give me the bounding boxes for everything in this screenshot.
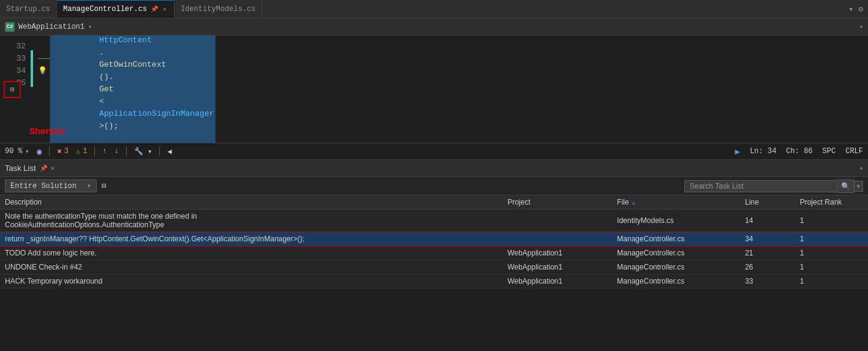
status-right: ▶ Ln: 34 Ch: 86 SPC CRLF: [735, 146, 863, 157]
error-icon: ✖: [57, 147, 61, 156]
table-row[interactable]: return _signInManager?? HttpContent.GetO…: [0, 232, 868, 246]
task-description-4: UNDONE Check-in #42: [0, 260, 502, 274]
task-line-4: 26: [740, 260, 794, 274]
tab-dropdown-icon[interactable]: ▾: [848, 4, 853, 14]
project-right-dropdown-icon[interactable]: ▾: [859, 23, 863, 31]
task-project-1: [502, 209, 612, 232]
task-table: Description Project File ▲ Line Project …: [0, 195, 868, 289]
task-rank-4: 1: [795, 260, 868, 274]
column-indicator: Ch: 86: [786, 147, 812, 156]
table-row[interactable]: Note the authenticationType must match t…: [0, 209, 868, 232]
table-row[interactable]: HACK Temporary workaround WebApplication…: [0, 274, 868, 289]
col-header-line[interactable]: Line: [740, 195, 794, 209]
task-project-4: WebApplication1: [502, 260, 612, 274]
table-row[interactable]: UNDONE Check-in #42 WebApplication1 Mana…: [0, 260, 868, 274]
lightbulb-icon[interactable]: 💡: [38, 65, 47, 77]
line-indicator: Ln: 34: [750, 147, 776, 156]
task-project-5: WebApplication1: [502, 274, 612, 289]
intellisense-icon[interactable]: ◉: [37, 146, 42, 157]
divider-3: [126, 146, 127, 156]
table-row[interactable]: TODO Add some logic here. WebApplication…: [0, 246, 868, 260]
project-type-icon: C#: [5, 22, 15, 32]
task-panel-header: Task List 📌 ✕ ▾: [0, 160, 868, 177]
panel-close-button[interactable]: ✕: [51, 164, 55, 172]
task-line-2: 34: [740, 232, 794, 246]
col-header-project[interactable]: Project: [502, 195, 612, 209]
tab-startup[interactable]: Startup.cs: [0, 0, 57, 18]
col-header-rank[interactable]: Project Rank: [795, 195, 868, 209]
shortcut-box-icon: ⊡: [10, 85, 15, 93]
project-icon-label: C#: [7, 24, 13, 30]
error-count[interactable]: ✖ 3: [57, 147, 68, 156]
project-bar: C# WebApplication1 ▾ ▾: [0, 18, 868, 36]
encoding-indicator: SPC: [823, 147, 836, 156]
warning-icon: ⚠: [76, 147, 80, 156]
scope-dropdown-icon: ▾: [87, 181, 91, 191]
task-line-5: 33: [740, 274, 794, 289]
divider-2: [94, 146, 95, 156]
search-dropdown-button[interactable]: ▾: [855, 181, 863, 192]
refactor-icon[interactable]: 🔧 ▾: [134, 147, 152, 156]
project-name: WebApplication1: [18, 23, 85, 31]
pin-icon: 📌: [151, 6, 158, 13]
search-button[interactable]: 🔍: [837, 179, 855, 193]
tab-startup-label: Startup.cs: [6, 5, 50, 13]
panel-chevron-icon[interactable]: ▾: [859, 165, 863, 172]
line-num-34: 34: [0, 65, 26, 77]
status-bar: 90 % ▾ ◉ ✖ 3 ⚠ 1 ↑ ↓ 🔧 ▾ ◀ ▶ Ln: 34 Ch: …: [0, 143, 868, 160]
task-rank-3: 1: [795, 246, 868, 260]
scope-dropdown[interactable]: Entire Solution ▾: [5, 179, 97, 192]
nav-down-button[interactable]: ↓: [115, 147, 119, 156]
search-task-input[interactable]: [684, 180, 837, 192]
filter-icon[interactable]: ⊟: [102, 181, 106, 191]
task-project-2: [502, 232, 612, 246]
tab-identity[interactable]: IdentityModels.cs: [175, 0, 262, 18]
scope-label: Entire Solution: [10, 182, 77, 191]
task-rank-5: 1: [795, 274, 868, 289]
tab-identity-label: IdentityModels.cs: [181, 5, 255, 13]
zoom-dropdown-icon[interactable]: ▾: [25, 147, 29, 156]
project-selector[interactable]: C# WebApplication1 ▾: [5, 22, 92, 32]
table-header-row: Description Project File ▲ Line Project …: [0, 195, 868, 209]
task-description-5: HACK Temporary workaround: [0, 274, 502, 289]
task-project-3: WebApplication1: [502, 246, 612, 260]
tab-list: Startup.cs ManageController.cs 📌 ✕ Ident…: [0, 0, 262, 18]
panel-title: Task List: [5, 164, 36, 173]
task-file-5: ManageController.cs: [612, 274, 740, 289]
project-dropdown-icon[interactable]: ▾: [88, 23, 92, 31]
zoom-level[interactable]: 90 % ▾: [5, 147, 29, 156]
panel-pin-icon[interactable]: 📌: [40, 165, 47, 172]
shortcut-label-area: Shortcut: [25, 126, 70, 137]
project-right: ▾: [859, 23, 863, 31]
task-file-2: ManageController.cs: [612, 232, 740, 246]
run-button[interactable]: ▶: [735, 146, 740, 157]
col-header-description[interactable]: Description: [0, 195, 502, 209]
line-num-33: 33: [0, 53, 26, 65]
code-lines[interactable]: // HACK Temporary workaround 💡 return _s…: [33, 36, 868, 143]
code-editor[interactable]: 32 33 34 35 // HACK Temporary workaround…: [0, 36, 868, 143]
tab-manage[interactable]: ManageController.cs 📌 ✕: [57, 0, 175, 18]
selected-code: return _signInManager?? HttpContent . Ge…: [50, 36, 216, 143]
nav-up-button[interactable]: ↑: [102, 147, 107, 156]
warning-count[interactable]: ⚠ 1: [76, 147, 87, 156]
task-rank-2: 1: [795, 232, 868, 246]
col-header-file[interactable]: File ▲: [612, 195, 740, 209]
settings-icon[interactable]: ⚙: [858, 4, 863, 14]
task-rank-1: 1: [795, 209, 868, 232]
editor-area: ⊡ 32 33 34 35 // HACK Temporary workarou…: [0, 36, 868, 143]
task-description-1: Note the authenticationType must match t…: [0, 209, 502, 232]
search-area: 🔍 ▾: [684, 179, 863, 193]
close-tab-button[interactable]: ✕: [162, 5, 168, 13]
panel-title-area: Task List 📌 ✕: [5, 164, 55, 173]
task-description-2: return _signInManager?? HttpContent.GetO…: [0, 232, 502, 246]
shortcut-label-text: Shortcut: [25, 124, 70, 138]
task-file-4: ManageController.cs: [612, 260, 740, 274]
code-line-34: 💡 return _signInManager?? HttpContent . …: [38, 65, 868, 77]
task-toolbar: Entire Solution ▾ ⊟ 🔍 ▾: [0, 177, 868, 195]
eol-indicator: CRLF: [845, 147, 863, 156]
nav-left-button[interactable]: ◀: [167, 147, 172, 156]
line-num-32: 32: [0, 40, 26, 53]
task-list-panel: Task List 📌 ✕ ▾ Entire Solution ▾ ⊟ 🔍 ▾ …: [0, 160, 868, 289]
tab-bar: Startup.cs ManageController.cs 📌 ✕ Ident…: [0, 0, 868, 18]
shortcut-button[interactable]: ⊡: [4, 81, 21, 98]
